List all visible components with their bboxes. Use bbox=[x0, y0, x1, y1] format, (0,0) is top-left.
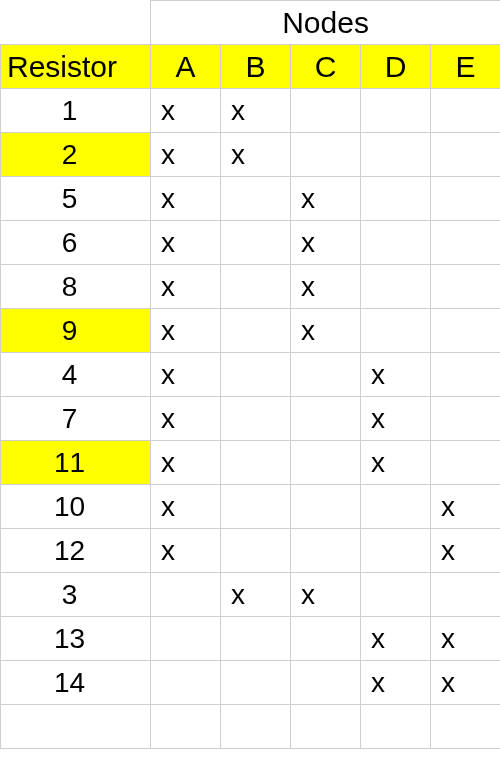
node-cell bbox=[221, 397, 291, 441]
node-cell bbox=[221, 661, 291, 705]
nodes-group-header: Nodes bbox=[151, 1, 501, 45]
node-cell bbox=[361, 485, 431, 529]
resistor-cell: 11 bbox=[1, 441, 151, 485]
node-cell: x bbox=[291, 309, 361, 353]
node-cell bbox=[361, 177, 431, 221]
table-row: 10xx bbox=[1, 485, 501, 529]
node-cell bbox=[221, 177, 291, 221]
node-cell: x bbox=[151, 485, 221, 529]
node-header-c: C bbox=[291, 45, 361, 89]
resistor-cell: 10 bbox=[1, 485, 151, 529]
node-header-d: D bbox=[361, 45, 431, 89]
node-cell: x bbox=[291, 221, 361, 265]
node-cell bbox=[361, 221, 431, 265]
node-cell: x bbox=[151, 441, 221, 485]
node-cell: x bbox=[151, 89, 221, 133]
table-row: 1xx bbox=[1, 89, 501, 133]
resistor-cell: 1 bbox=[1, 89, 151, 133]
node-cell bbox=[291, 133, 361, 177]
blank-top-left bbox=[1, 1, 151, 45]
node-cell bbox=[361, 529, 431, 573]
node-cell: x bbox=[431, 529, 501, 573]
node-cell: x bbox=[361, 353, 431, 397]
node-cell bbox=[221, 529, 291, 573]
node-cell: x bbox=[221, 133, 291, 177]
resistor-cell: 7 bbox=[1, 397, 151, 441]
node-cell: x bbox=[151, 133, 221, 177]
node-cell bbox=[431, 89, 501, 133]
node-cell bbox=[291, 89, 361, 133]
node-cell: x bbox=[151, 265, 221, 309]
header-row-columns: Resistor A B C D E bbox=[1, 45, 501, 89]
node-cell: x bbox=[151, 221, 221, 265]
resistor-header: Resistor bbox=[1, 45, 151, 89]
node-cell bbox=[291, 485, 361, 529]
node-cell: x bbox=[151, 529, 221, 573]
node-cell: x bbox=[151, 353, 221, 397]
node-cell bbox=[221, 353, 291, 397]
node-cell bbox=[291, 397, 361, 441]
node-header-b: B bbox=[221, 45, 291, 89]
table-row: 13xx bbox=[1, 617, 501, 661]
resistor-cell: 8 bbox=[1, 265, 151, 309]
table-row: 14xx bbox=[1, 661, 501, 705]
node-cell: x bbox=[431, 617, 501, 661]
node-cell bbox=[431, 353, 501, 397]
node-cell bbox=[291, 661, 361, 705]
table-row: 7xx bbox=[1, 397, 501, 441]
table-row: 3xx bbox=[1, 573, 501, 617]
table-row: 12xx bbox=[1, 529, 501, 573]
resistor-cell: 14 bbox=[1, 661, 151, 705]
resistor-cell: 2 bbox=[1, 133, 151, 177]
table-row: 2xx bbox=[1, 133, 501, 177]
table-row: 9xx bbox=[1, 309, 501, 353]
resistor-node-table: Nodes Resistor A B C D E 1xx2xx5xx6xx8xx… bbox=[0, 0, 500, 749]
node-cell: x bbox=[291, 265, 361, 309]
resistor-cell: 12 bbox=[1, 529, 151, 573]
resistor-cell: 4 bbox=[1, 353, 151, 397]
node-cell bbox=[431, 177, 501, 221]
node-cell: x bbox=[291, 177, 361, 221]
resistor-cell: 5 bbox=[1, 177, 151, 221]
node-cell bbox=[221, 485, 291, 529]
table-row: 6xx bbox=[1, 221, 501, 265]
node-cell bbox=[431, 221, 501, 265]
node-cell bbox=[431, 573, 501, 617]
resistor-cell: 9 bbox=[1, 309, 151, 353]
node-cell: x bbox=[151, 397, 221, 441]
node-cell: x bbox=[291, 573, 361, 617]
resistor-cell: 13 bbox=[1, 617, 151, 661]
node-cell: x bbox=[151, 177, 221, 221]
node-cell bbox=[151, 661, 221, 705]
node-cell: x bbox=[151, 309, 221, 353]
node-cell bbox=[361, 89, 431, 133]
node-cell: x bbox=[221, 573, 291, 617]
node-cell: x bbox=[361, 661, 431, 705]
node-cell bbox=[221, 441, 291, 485]
node-cell bbox=[431, 441, 501, 485]
blank-row bbox=[1, 705, 501, 749]
node-cell bbox=[431, 133, 501, 177]
resistor-cell: 6 bbox=[1, 221, 151, 265]
node-cell bbox=[291, 617, 361, 661]
node-cell bbox=[361, 133, 431, 177]
table-row: 8xx bbox=[1, 265, 501, 309]
header-row-group: Nodes bbox=[1, 1, 501, 45]
node-cell bbox=[431, 397, 501, 441]
node-cell: x bbox=[361, 441, 431, 485]
table-row: 5xx bbox=[1, 177, 501, 221]
node-header-e: E bbox=[431, 45, 501, 89]
node-cell bbox=[291, 529, 361, 573]
node-cell bbox=[431, 309, 501, 353]
node-cell bbox=[291, 441, 361, 485]
node-cell: x bbox=[361, 397, 431, 441]
node-cell: x bbox=[361, 617, 431, 661]
node-cell bbox=[221, 617, 291, 661]
node-cell: x bbox=[431, 661, 501, 705]
node-cell bbox=[151, 573, 221, 617]
node-header-a: A bbox=[151, 45, 221, 89]
node-cell bbox=[361, 573, 431, 617]
node-cell: x bbox=[221, 89, 291, 133]
spreadsheet: Nodes Resistor A B C D E 1xx2xx5xx6xx8xx… bbox=[0, 0, 500, 763]
resistor-cell: 3 bbox=[1, 573, 151, 617]
